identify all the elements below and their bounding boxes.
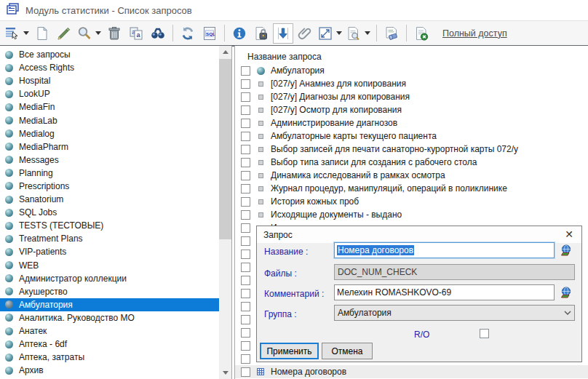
sidebar-item[interactable]: Аналитика. Руководство МО	[0, 311, 219, 324]
row-checkbox[interactable]	[241, 341, 250, 351]
sidebar-item[interactable]: Архив	[0, 364, 219, 377]
preview-document-button[interactable]	[345, 23, 372, 44]
sql-editor-button[interactable]: SQL	[199, 23, 220, 44]
sidebar-scrollbar[interactable]	[219, 46, 231, 379]
row-checkbox[interactable]	[241, 119, 250, 128]
query-row[interactable]: Журнал процедур, манипуляций, операций в…	[235, 182, 588, 195]
row-checkbox[interactable]	[241, 132, 250, 141]
sidebar-item[interactable]: TESTS (ТЕСТОВЫЕ)	[0, 219, 219, 232]
query-row[interactable]: [027/у] Диагнозы для копирования	[235, 90, 588, 103]
name-input[interactable]: Номера договоров	[334, 242, 555, 258]
row-checkbox[interactable]	[241, 354, 250, 364]
sidebar-item[interactable]: WEB	[0, 259, 219, 272]
sidebar-item[interactable]: VIP-patients	[0, 245, 219, 258]
dropdown-caret-icon[interactable]	[336, 31, 342, 35]
attachment-button[interactable]	[295, 23, 315, 44]
comment-input-text: Мелехин ROMASHKOVO-69	[337, 287, 451, 298]
sidebar-item[interactable]: Акушерство	[0, 285, 219, 298]
sidebar-item[interactable]: Все запросы	[0, 48, 219, 61]
query-row[interactable]: [027/у] Анамнез для копирования	[235, 77, 588, 90]
measure-button[interactable]	[317, 23, 343, 44]
sidebar-item[interactable]: Анатек	[0, 324, 219, 338]
readonly-checkbox[interactable]	[480, 329, 489, 338]
row-checkbox[interactable]	[241, 302, 250, 311]
row-checkbox[interactable]	[241, 289, 250, 298]
row-checkbox[interactable]	[241, 105, 250, 115]
row-checkbox[interactable]	[241, 223, 250, 233]
row-checkbox[interactable]	[241, 92, 250, 102]
import-down-button[interactable]	[273, 23, 293, 44]
close-icon[interactable]: ✕	[563, 228, 576, 241]
copy-query-button[interactable]: aa	[126, 23, 146, 44]
row-checkbox[interactable]	[241, 66, 250, 76]
clear-document-button[interactable]	[381, 23, 402, 44]
search-button[interactable]	[76, 23, 103, 44]
row-checkbox[interactable]	[241, 210, 250, 220]
group-sphere-icon	[5, 287, 13, 295]
apply-button[interactable]: Применить	[260, 343, 319, 359]
row-checkbox[interactable]	[241, 145, 250, 154]
scrollbar-thumb[interactable]	[219, 59, 231, 239]
refresh-button[interactable]	[178, 23, 198, 44]
row-checkbox[interactable]	[241, 158, 250, 167]
sidebar-item[interactable]: Аптека - 6df	[0, 338, 219, 351]
query-row[interactable]: Выбор записей для печати санаторно-курор…	[235, 143, 588, 156]
comment-input[interactable]: Мелехин ROMASHKOVO-69	[334, 284, 555, 300]
sidebar-item[interactable]: Аптека, затраты	[0, 351, 219, 364]
sidebar-item[interactable]: Planning	[0, 167, 219, 180]
query-row[interactable]: История кожных проб	[235, 195, 588, 208]
query-row[interactable]: Номера договоров	[235, 365, 588, 378]
sidebar-item[interactable]: MediaLab	[0, 113, 219, 127]
row-checkbox[interactable]	[241, 79, 250, 89]
sidebar-item[interactable]: Prescriptions	[0, 180, 219, 193]
view-list-button[interactable]	[4, 23, 31, 44]
scroll-down-button[interactable]	[219, 367, 231, 379]
query-row[interactable]: Амбулатория	[235, 64, 588, 77]
group-combobox[interactable]: Амбулатория	[334, 305, 575, 321]
dropdown-caret-icon[interactable]	[365, 31, 370, 35]
info-button[interactable]	[229, 23, 250, 44]
sidebar-item[interactable]: Администратор коллекции	[0, 272, 219, 285]
new-query-button[interactable]	[32, 23, 52, 44]
sidebar-item[interactable]: Medialog	[0, 127, 219, 140]
sidebar-item[interactable]: MediaPharm	[0, 140, 219, 153]
find-button[interactable]	[148, 23, 168, 44]
sidebar-item[interactable]: Sanatorium	[0, 193, 219, 206]
remove-document-button[interactable]	[411, 23, 432, 44]
row-checkbox[interactable]	[241, 328, 250, 338]
row-checkbox[interactable]	[241, 263, 250, 272]
cancel-button[interactable]: Отмена	[322, 343, 373, 359]
dropdown-caret-icon[interactable]	[23, 31, 29, 35]
sidebar-item[interactable]: SQL Jobs	[0, 206, 219, 219]
row-checkbox[interactable]	[241, 315, 250, 324]
sidebar-item[interactable]: Treatment Plans	[0, 232, 219, 245]
translate-globe-icon[interactable]	[560, 242, 574, 258]
translate-globe-icon[interactable]	[560, 284, 574, 300]
sidebar-item-selected[interactable]: Амбулатория	[0, 298, 219, 311]
access-lock-button[interactable]	[251, 23, 271, 44]
row-checkbox[interactable]	[241, 276, 250, 285]
row-checkbox[interactable]	[241, 367, 250, 377]
sidebar-item[interactable]: MediaFin	[0, 100, 219, 113]
sidebar-item[interactable]: Messages	[0, 153, 219, 167]
query-row[interactable]: Динамика исследований в рамках осмотра	[235, 169, 588, 182]
query-row[interactable]: [027/у] Осмотр для копирования	[235, 103, 588, 116]
row-checkbox[interactable]	[241, 197, 250, 207]
edit-query-button[interactable]	[54, 23, 74, 44]
full-access-link[interactable]: Полный доступ	[442, 28, 507, 39]
row-checkbox[interactable]	[241, 171, 250, 180]
sidebar-item[interactable]: LookUP	[0, 87, 219, 100]
query-square-icon	[256, 173, 265, 178]
query-row[interactable]: Амбулаторные карты текущего пациента	[235, 129, 588, 143]
query-row[interactable]: Исходящие документы - выдано	[235, 208, 588, 221]
row-checkbox[interactable]	[241, 184, 250, 194]
delete-query-button[interactable]	[104, 23, 124, 44]
scroll-up-button[interactable]	[219, 46, 231, 58]
query-row[interactable]: Выбор типа записи для создания с рабочег…	[235, 156, 588, 169]
row-checkbox[interactable]	[241, 236, 250, 246]
row-checkbox[interactable]	[241, 250, 250, 259]
query-row[interactable]: Администрирование диагнозов	[235, 116, 588, 129]
sidebar-item[interactable]: Hospital	[0, 74, 219, 87]
dropdown-caret-icon[interactable]	[95, 31, 101, 35]
sidebar-item[interactable]: Access Rights	[0, 61, 219, 74]
